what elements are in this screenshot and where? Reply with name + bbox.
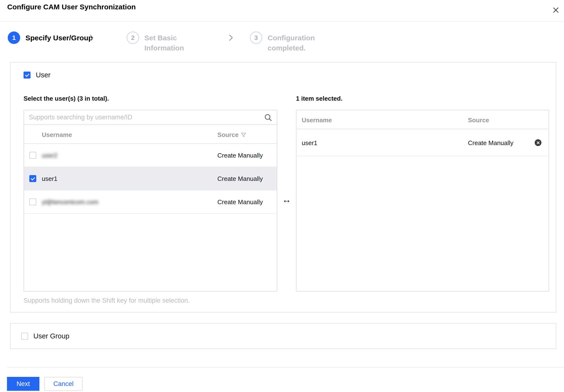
modal-header: Configure CAM User Synchronization	[0, 0, 564, 22]
row-checkbox[interactable]	[29, 175, 36, 182]
table-row[interactable]: yl@tencentcom.com Create Manually	[24, 191, 277, 214]
empty-list-area	[24, 214, 277, 291]
available-users-list: Username Source user2 Create Manually	[24, 110, 277, 292]
step-3-configuration-completed: 3 Configuration completed.	[250, 31, 320, 53]
step-2-number: 2	[127, 31, 139, 44]
configure-cam-user-sync-modal: Configure CAM User Synchronization 1 Spe…	[0, 0, 564, 392]
step-1-label: Specify User/Group	[26, 31, 93, 43]
username-cell: yl@tencentcom.com	[42, 198, 99, 206]
table-row[interactable]: user2 Create Manually	[24, 144, 277, 167]
source-cell: Create Manually	[217, 198, 263, 206]
source-column-header: Source	[468, 116, 489, 124]
step-chevron-icon	[89, 34, 94, 42]
close-icon	[553, 7, 559, 13]
available-users-title: Select the user(s) (3 in total).	[24, 95, 277, 102]
table-row: user1 Create Manually	[296, 129, 549, 156]
search-bar	[24, 110, 277, 125]
user-checkbox[interactable]	[24, 71, 30, 79]
user-group-checkbox[interactable]	[21, 333, 28, 340]
empty-list-area	[296, 156, 549, 291]
next-button[interactable]: Next	[7, 377, 39, 391]
source-cell: Create Manually	[217, 152, 263, 159]
search-input[interactable]	[24, 110, 277, 125]
user-group-section-panel: User Group	[10, 323, 556, 349]
user-checkbox-label: User	[36, 71, 50, 79]
step-2-set-basic-information: 2 Set Basic Information	[127, 31, 189, 53]
search-icon[interactable]	[264, 114, 272, 123]
modal-title: Configure CAM User Synchronization	[7, 3, 136, 11]
username-column-header: Username	[302, 116, 332, 124]
step-2-label: Set Basic Information	[144, 31, 189, 53]
step-1-number: 1	[8, 31, 20, 44]
remove-selected-button[interactable]	[535, 139, 541, 146]
username-cell: user1	[302, 139, 317, 147]
source-column-header: Source	[217, 131, 239, 139]
available-users-header: Username Source	[24, 125, 277, 144]
transfer-arrow-icon: ↔	[282, 195, 291, 205]
step-3-label: Configuration completed.	[268, 31, 320, 53]
step-1-specify-user-group: 1 Specify User/Group	[8, 31, 93, 44]
cancel-button[interactable]: Cancel	[44, 377, 83, 391]
user-section-panel: User Select the user(s) (3 in total).	[10, 62, 556, 312]
user-group-checkbox-label: User Group	[33, 332, 70, 340]
step-chevron-icon	[229, 34, 233, 42]
step-3-number: 3	[250, 31, 262, 44]
row-checkbox[interactable]	[29, 198, 36, 205]
username-cell: user1	[42, 175, 57, 182]
footer-divider	[7, 367, 564, 367]
username-column-header: Username	[42, 131, 72, 139]
selected-items-title: 1 item selected.	[296, 95, 549, 102]
selected-users-header: Username Source	[296, 110, 549, 129]
close-button[interactable]	[551, 6, 560, 14]
source-cell: Create Manually	[217, 175, 263, 182]
filter-icon[interactable]	[241, 133, 246, 137]
remove-x-icon	[537, 141, 540, 144]
source-cell: Create Manually	[468, 139, 513, 147]
row-checkbox[interactable]	[29, 152, 36, 159]
transfer-arrow-area: ↔	[277, 95, 296, 304]
footer-actions: Next Cancel	[7, 377, 564, 391]
username-cell: user2	[42, 152, 57, 159]
selected-users-list: Username Source user1 Create Manually	[296, 110, 549, 292]
shift-selection-tip: Supports holding down the Shift key for …	[24, 297, 277, 304]
table-row[interactable]: user1 Create Manually	[24, 167, 277, 191]
stepper: 1 Specify User/Group 2 Set Basic Informa…	[0, 22, 564, 58]
